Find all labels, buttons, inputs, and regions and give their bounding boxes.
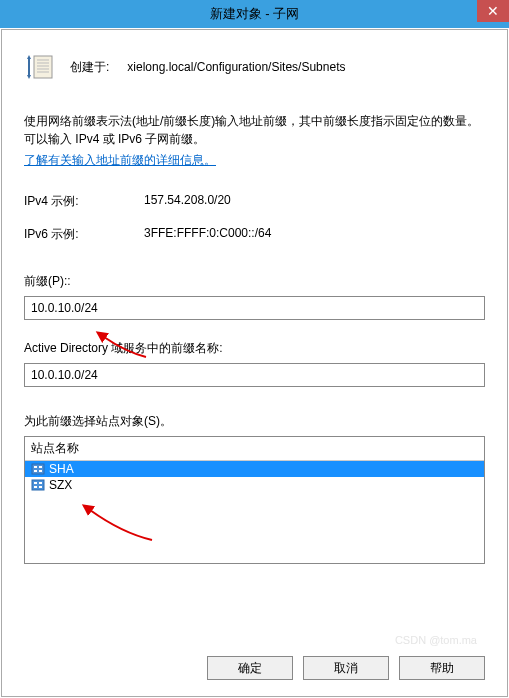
svg-rect-18 xyxy=(39,486,42,488)
window-title: 新建对象 - 子网 xyxy=(210,5,300,23)
svg-rect-16 xyxy=(39,482,42,484)
close-button[interactable]: ✕ xyxy=(477,0,509,22)
ipv6-example-row: IPv6 示例: 3FFE:FFFF:0:C000::/64 xyxy=(24,226,485,243)
site-icon xyxy=(31,462,45,476)
site-listbox[interactable]: 站点名称 SHA SZX xyxy=(24,436,485,564)
svg-rect-0 xyxy=(34,56,52,78)
svg-marker-8 xyxy=(27,75,31,79)
svg-rect-13 xyxy=(39,470,42,472)
description-text: 使用网络前缀表示法(地址/前缀长度)输入地址前缀，其中前缀长度指示固定位的数量。… xyxy=(24,112,485,148)
svg-rect-17 xyxy=(34,486,37,488)
close-icon: ✕ xyxy=(487,3,499,19)
site-item-label: SZX xyxy=(49,478,72,492)
ipv6-example-label: IPv6 示例: xyxy=(24,226,144,243)
ad-prefix-name-label: Active Directory 域服务中的前缀名称: xyxy=(24,340,485,357)
prefix-input[interactable] xyxy=(24,296,485,320)
ipv4-example-label: IPv4 示例: xyxy=(24,193,144,210)
ipv6-example-value: 3FFE:FFFF:0:C000::/64 xyxy=(144,226,271,243)
title-bar: 新建对象 - 子网 ✕ xyxy=(0,0,509,28)
site-icon xyxy=(31,478,45,492)
site-column-header: 站点名称 xyxy=(25,437,484,461)
svg-rect-10 xyxy=(34,466,37,468)
svg-marker-7 xyxy=(27,55,31,59)
learn-more-link[interactable]: 了解有关输入地址前缀的详细信息。 xyxy=(24,153,216,167)
dialog-content: 创建于: xielong.local/Configuration/Sites/S… xyxy=(1,29,508,697)
site-select-label: 为此前缀选择站点对象(S)。 xyxy=(24,413,485,430)
ad-prefix-name-input[interactable] xyxy=(24,363,485,387)
svg-rect-14 xyxy=(32,480,44,490)
button-row: 确定 取消 帮助 xyxy=(207,656,485,680)
svg-rect-15 xyxy=(34,482,37,484)
ipv4-example-row: IPv4 示例: 157.54.208.0/20 xyxy=(24,193,485,210)
ok-button[interactable]: 确定 xyxy=(207,656,293,680)
site-item-label: SHA xyxy=(49,462,74,476)
created-in-label: 创建于: xyxy=(70,59,109,76)
site-item-szx[interactable]: SZX xyxy=(25,477,484,493)
watermark: CSDN @tom.ma xyxy=(395,634,477,646)
prefix-label: 前缀(P):: xyxy=(24,273,485,290)
svg-rect-12 xyxy=(34,470,37,472)
help-button[interactable]: 帮助 xyxy=(399,656,485,680)
svg-rect-9 xyxy=(32,464,44,474)
header-row: 创建于: xielong.local/Configuration/Sites/S… xyxy=(24,52,485,82)
cancel-button[interactable]: 取消 xyxy=(303,656,389,680)
ipv4-example-value: 157.54.208.0/20 xyxy=(144,193,231,210)
subnet-icon xyxy=(24,52,58,82)
site-item-sha[interactable]: SHA xyxy=(25,461,484,477)
svg-rect-11 xyxy=(39,466,42,468)
created-in-path: xielong.local/Configuration/Sites/Subnet… xyxy=(127,60,345,74)
